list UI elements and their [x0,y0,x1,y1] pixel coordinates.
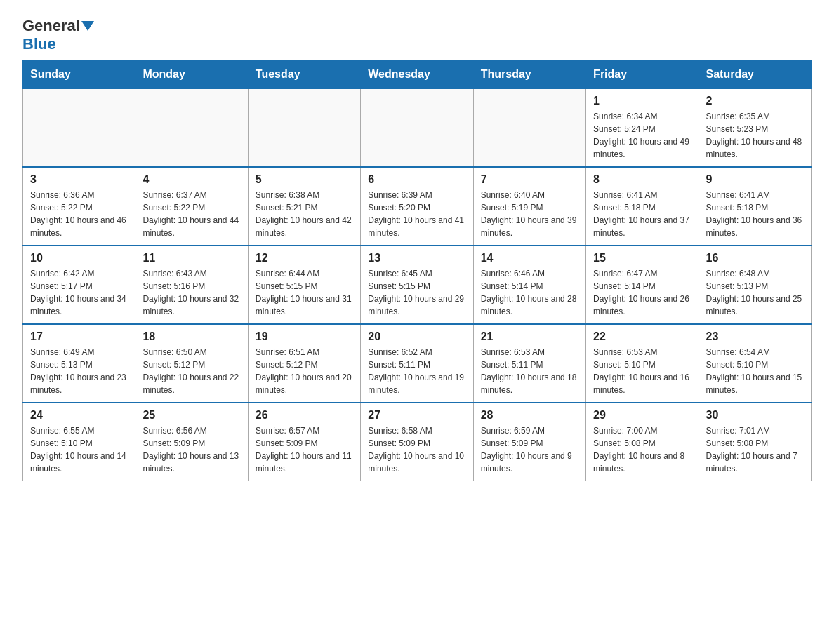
day-info: Sunrise: 6:47 AMSunset: 5:14 PMDaylight:… [593,267,691,318]
calendar-week-row: 17Sunrise: 6:49 AMSunset: 5:13 PMDayligh… [23,324,812,403]
calendar-cell: 17Sunrise: 6:49 AMSunset: 5:13 PMDayligh… [23,324,135,403]
day-number: 3 [30,173,128,186]
calendar-cell: 9Sunrise: 6:41 AMSunset: 5:18 PMDaylight… [699,167,811,246]
day-info: Sunrise: 6:53 AMSunset: 5:11 PMDaylight:… [481,346,578,396]
calendar-cell [23,88,135,167]
day-info: Sunrise: 6:53 AMSunset: 5:10 PMDaylight:… [593,346,691,396]
day-info: Sunrise: 6:39 AMSunset: 5:20 PMDaylight:… [368,189,465,239]
calendar-week-row: 10Sunrise: 6:42 AMSunset: 5:17 PMDayligh… [23,246,812,324]
calendar-week-row: 24Sunrise: 6:55 AMSunset: 5:10 PMDayligh… [23,403,812,481]
calendar-cell [361,88,473,167]
calendar-cell: 3Sunrise: 6:36 AMSunset: 5:22 PMDaylight… [23,167,135,246]
calendar-cell: 27Sunrise: 6:58 AMSunset: 5:09 PMDayligh… [361,403,473,481]
calendar-cell: 10Sunrise: 6:42 AMSunset: 5:17 PMDayligh… [23,246,135,324]
logo: General Blue [22,17,94,53]
calendar-cell: 8Sunrise: 6:41 AMSunset: 5:18 PMDaylight… [586,167,699,246]
day-number: 18 [143,330,240,343]
calendar-cell: 2Sunrise: 6:35 AMSunset: 5:23 PMDaylight… [699,88,811,167]
calendar-cell [473,88,585,167]
day-number: 17 [30,330,128,343]
day-info: Sunrise: 6:59 AMSunset: 5:09 PMDaylight:… [481,424,578,475]
calendar-cell [135,88,248,167]
calendar-cell: 11Sunrise: 6:43 AMSunset: 5:16 PMDayligh… [135,246,248,324]
calendar-cell: 6Sunrise: 6:39 AMSunset: 5:20 PMDaylight… [361,167,473,246]
day-info: Sunrise: 6:35 AMSunset: 5:23 PMDaylight:… [706,110,804,161]
calendar-cell: 7Sunrise: 6:40 AMSunset: 5:19 PMDaylight… [473,167,585,246]
calendar-cell: 13Sunrise: 6:45 AMSunset: 5:15 PMDayligh… [361,246,473,324]
weekday-header-tuesday: Tuesday [248,61,360,89]
day-info: Sunrise: 7:00 AMSunset: 5:08 PMDaylight:… [593,424,691,475]
day-number: 2 [706,95,804,107]
day-info: Sunrise: 6:38 AMSunset: 5:21 PMDaylight:… [256,189,353,239]
day-number: 29 [593,409,691,422]
weekday-header-wednesday: Wednesday [361,61,473,89]
day-info: Sunrise: 6:45 AMSunset: 5:15 PMDaylight:… [368,267,465,318]
day-number: 11 [143,252,240,264]
calendar-cell: 28Sunrise: 6:59 AMSunset: 5:09 PMDayligh… [473,403,585,481]
day-info: Sunrise: 6:52 AMSunset: 5:11 PMDaylight:… [368,346,465,396]
calendar-cell: 30Sunrise: 7:01 AMSunset: 5:08 PMDayligh… [699,403,811,481]
day-number: 10 [30,252,128,264]
calendar-cell: 16Sunrise: 6:48 AMSunset: 5:13 PMDayligh… [699,246,811,324]
day-number: 7 [481,173,578,186]
day-number: 22 [593,330,691,343]
day-number: 14 [481,252,578,264]
calendar-week-row: 3Sunrise: 6:36 AMSunset: 5:22 PMDaylight… [23,167,812,246]
calendar-header-row: SundayMondayTuesdayWednesdayThursdayFrid… [23,61,812,89]
day-info: Sunrise: 6:49 AMSunset: 5:13 PMDaylight:… [30,346,128,396]
day-number: 21 [481,330,578,343]
calendar-cell: 20Sunrise: 6:52 AMSunset: 5:11 PMDayligh… [361,324,473,403]
day-info: Sunrise: 6:55 AMSunset: 5:10 PMDaylight:… [30,424,128,475]
calendar-cell: 14Sunrise: 6:46 AMSunset: 5:14 PMDayligh… [473,246,585,324]
day-info: Sunrise: 6:34 AMSunset: 5:24 PMDaylight:… [593,110,691,161]
day-info: Sunrise: 6:50 AMSunset: 5:12 PMDaylight:… [143,346,240,396]
day-info: Sunrise: 6:57 AMSunset: 5:09 PMDaylight:… [256,424,353,475]
day-info: Sunrise: 6:46 AMSunset: 5:14 PMDaylight:… [481,267,578,318]
day-number: 27 [368,409,465,422]
day-info: Sunrise: 6:42 AMSunset: 5:17 PMDaylight:… [30,267,128,318]
day-info: Sunrise: 6:41 AMSunset: 5:18 PMDaylight:… [593,189,691,239]
day-number: 16 [706,252,804,264]
day-number: 19 [256,330,353,343]
day-number: 20 [368,330,465,343]
calendar-cell [248,88,360,167]
day-info: Sunrise: 6:41 AMSunset: 5:18 PMDaylight:… [706,189,804,239]
weekday-header-thursday: Thursday [473,61,585,89]
day-number: 6 [368,173,465,186]
day-number: 30 [706,409,804,422]
calendar-table: SundayMondayTuesdayWednesdayThursdayFrid… [22,60,812,481]
day-number: 4 [143,173,240,186]
day-info: Sunrise: 7:01 AMSunset: 5:08 PMDaylight:… [706,424,804,475]
day-info: Sunrise: 6:43 AMSunset: 5:16 PMDaylight:… [143,267,240,318]
calendar-cell: 19Sunrise: 6:51 AMSunset: 5:12 PMDayligh… [248,324,360,403]
day-number: 8 [593,173,691,186]
calendar-cell: 29Sunrise: 7:00 AMSunset: 5:08 PMDayligh… [586,403,699,481]
calendar-cell: 22Sunrise: 6:53 AMSunset: 5:10 PMDayligh… [586,324,699,403]
logo-general-text: General [22,17,80,35]
day-number: 23 [706,330,804,343]
calendar-cell: 15Sunrise: 6:47 AMSunset: 5:14 PMDayligh… [586,246,699,324]
calendar-cell: 5Sunrise: 6:38 AMSunset: 5:21 PMDaylight… [248,167,360,246]
calendar-cell: 24Sunrise: 6:55 AMSunset: 5:10 PMDayligh… [23,403,135,481]
calendar-cell: 26Sunrise: 6:57 AMSunset: 5:09 PMDayligh… [248,403,360,481]
calendar-cell: 18Sunrise: 6:50 AMSunset: 5:12 PMDayligh… [135,324,248,403]
logo-triangle-icon [81,21,94,31]
weekday-header-friday: Friday [586,61,699,89]
calendar-week-row: 1Sunrise: 6:34 AMSunset: 5:24 PMDaylight… [23,88,812,167]
day-info: Sunrise: 6:58 AMSunset: 5:09 PMDaylight:… [368,424,465,475]
calendar-cell: 21Sunrise: 6:53 AMSunset: 5:11 PMDayligh… [473,324,585,403]
day-number: 12 [256,252,353,264]
logo-blue-text: Blue [22,35,56,53]
calendar-cell: 12Sunrise: 6:44 AMSunset: 5:15 PMDayligh… [248,246,360,324]
day-info: Sunrise: 6:48 AMSunset: 5:13 PMDaylight:… [706,267,804,318]
page-header: General Blue [22,17,812,53]
day-info: Sunrise: 6:36 AMSunset: 5:22 PMDaylight:… [30,189,128,239]
calendar-cell: 25Sunrise: 6:56 AMSunset: 5:09 PMDayligh… [135,403,248,481]
day-info: Sunrise: 6:51 AMSunset: 5:12 PMDaylight:… [256,346,353,396]
day-number: 5 [256,173,353,186]
day-number: 24 [30,409,128,422]
day-number: 25 [143,409,240,422]
weekday-header-saturday: Saturday [699,61,811,89]
calendar-cell: 1Sunrise: 6:34 AMSunset: 5:24 PMDaylight… [586,88,699,167]
weekday-header-monday: Monday [135,61,248,89]
